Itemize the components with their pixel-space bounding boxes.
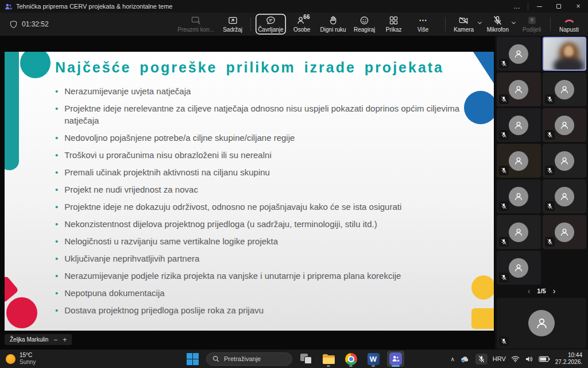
- participant-tile-large[interactable]: [497, 298, 586, 348]
- tray-mic-button[interactable]: [475, 354, 488, 365]
- avatar: [555, 116, 574, 135]
- bullet-marker: •: [55, 252, 58, 264]
- avatar: [555, 223, 574, 242]
- avatar: [509, 151, 528, 171]
- bullet-item: •Projektne ideje nerelevantne za ciljeve…: [55, 102, 461, 126]
- titlebar-more-button[interactable]: …: [507, 0, 527, 13]
- participant-tile[interactable]: [543, 144, 587, 178]
- chat-button[interactable]: Čavrljanje: [256, 14, 285, 34]
- participant-tile[interactable]: [497, 108, 541, 142]
- bullet-item: •Troškovi u proračunima nisu obrazloženi…: [55, 149, 461, 161]
- participant-tile[interactable]: [543, 215, 587, 249]
- bullet-item: •Nekonzistentnost dijelova projektnog pr…: [55, 218, 461, 230]
- person-icon: [559, 191, 570, 202]
- word-button[interactable]: W: [365, 351, 382, 367]
- zoom-out-button[interactable]: −: [53, 336, 57, 344]
- word-icon: W: [368, 353, 380, 365]
- participant-tile[interactable]: [497, 72, 541, 106]
- window-titlebar: Tehnička priprema CERV projekata & horiz…: [0, 0, 588, 13]
- camera-chevron-icon[interactable]: [478, 20, 482, 24]
- task-view-button[interactable]: [297, 351, 315, 367]
- meeting-toolbar: 01:32:52 Preuzmi kon... Sadržaj Čavrljan…: [0, 13, 588, 36]
- tray-expand-button[interactable]: ∧: [450, 356, 454, 362]
- mic-muted-badge: [499, 130, 509, 140]
- window-title: Tehnička priprema CERV projekata & horiz…: [16, 3, 173, 10]
- window-close-button[interactable]: ×: [568, 0, 588, 13]
- smiley-icon: [359, 16, 369, 25]
- tray-clock[interactable]: 10:44 27.2.2026.: [555, 352, 582, 366]
- share-button: Podijeli: [519, 14, 545, 34]
- search-placeholder: Pretraživanje: [224, 355, 261, 362]
- person-icon: [513, 48, 524, 60]
- people-button[interactable]: 66 Osobe: [289, 14, 315, 34]
- avatar: [509, 223, 528, 242]
- person-icon: [559, 120, 570, 131]
- toolbar-separator: [550, 17, 551, 31]
- chrome-button[interactable]: [342, 351, 359, 367]
- mic-button[interactable]: Mikrofon: [485, 14, 511, 34]
- avatar: [555, 80, 574, 99]
- mic-off-icon: [501, 167, 507, 174]
- pager-next-button[interactable]: ›: [553, 286, 556, 296]
- more-button[interactable]: Više: [410, 14, 436, 34]
- pager-prev-button[interactable]: ‹: [528, 286, 531, 296]
- wifi-icon[interactable]: [511, 355, 520, 362]
- bullet-marker: •: [55, 183, 58, 195]
- maximize-icon: [556, 4, 561, 9]
- content-button[interactable]: Sadržaj: [219, 14, 246, 34]
- mic-muted-badge: [545, 166, 555, 175]
- decor-blue-circle: [464, 91, 494, 124]
- battery-icon[interactable]: [539, 356, 550, 362]
- participant-tile[interactable]: [543, 179, 587, 213]
- presenter-name-tag: Željka Markulin − +: [5, 334, 72, 345]
- zoom-in-button[interactable]: +: [63, 336, 67, 344]
- file-explorer-button[interactable]: [320, 351, 337, 367]
- participant-tile[interactable]: [543, 72, 587, 106]
- avatar: [509, 44, 528, 64]
- raised-hand-icon: [328, 16, 338, 25]
- language-indicator[interactable]: HRV: [493, 355, 506, 362]
- participant-tile[interactable]: [497, 215, 541, 249]
- participant-grid: [497, 37, 586, 285]
- bullet-item: •Nerazumijevanje podjele rizika projekta…: [55, 270, 461, 282]
- leave-button[interactable]: Napusti: [556, 14, 582, 34]
- bullet-item: •Projektne ideje ne dokazuju održivost, …: [55, 201, 461, 213]
- weather-widget[interactable]: 15°C Sunny: [0, 352, 36, 366]
- mic-off-icon: [547, 96, 553, 102]
- start-button[interactable]: [184, 351, 201, 367]
- toolbar-separator: [250, 17, 251, 31]
- slide-title: Najčešće pogreške prilikom izrade projek…: [55, 59, 444, 76]
- mic-muted-badge: [499, 166, 509, 175]
- window-maximize-button[interactable]: [549, 0, 568, 13]
- volume-icon[interactable]: [525, 355, 533, 363]
- bullet-item: •Nelogičnosti u razvijanju same vertikal…: [55, 235, 461, 247]
- mic-chevron-icon[interactable]: [512, 20, 516, 24]
- onedrive-cloud-icon[interactable]: [460, 355, 470, 363]
- taskbar-search[interactable]: Pretraživanje: [206, 352, 292, 366]
- window-minimize-button[interactable]: [529, 0, 549, 13]
- avatar: [509, 258, 528, 278]
- participant-tile[interactable]: [497, 37, 541, 71]
- participant-tile[interactable]: [543, 108, 587, 142]
- participant-tile[interactable]: [497, 179, 541, 213]
- bullet-marker: •: [55, 304, 58, 316]
- view-button[interactable]: Prikaz: [381, 14, 407, 34]
- mic-muted-badge: [545, 130, 555, 140]
- bullet-marker: •: [55, 102, 58, 126]
- avatar: [509, 80, 528, 99]
- grid-view-icon: [389, 16, 399, 25]
- participant-video-active[interactable]: [543, 37, 587, 71]
- bullet-item: •Premali učinak projektnih aktivnosti na…: [55, 166, 461, 178]
- react-button[interactable]: Reagiraj: [351, 14, 378, 34]
- teams-button[interactable]: [387, 351, 404, 367]
- mic-muted-badge: [499, 336, 509, 346]
- share-screen-icon: [527, 16, 537, 25]
- slide: Najčešće pogreške prilikom izrade projek…: [5, 52, 494, 331]
- pager-page-indicator: 1/5: [537, 288, 546, 294]
- tray-time: 10:44: [555, 352, 582, 359]
- raise-hand-button[interactable]: Digni ruku: [318, 14, 349, 34]
- camera-button[interactable]: Kamera: [451, 14, 477, 34]
- participant-tile[interactable]: [497, 251, 541, 285]
- tray-date: 27.2.2026.: [555, 359, 582, 366]
- participant-tile[interactable]: [497, 144, 541, 178]
